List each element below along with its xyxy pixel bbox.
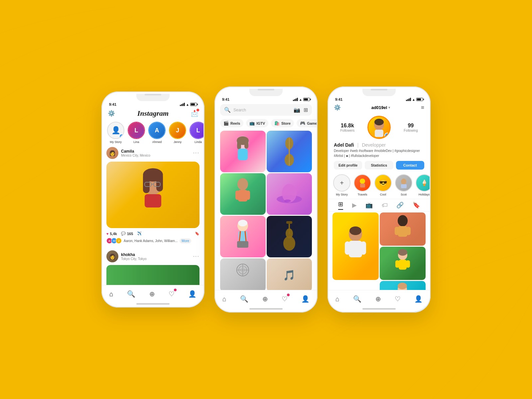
story-item-lina[interactable]: L Lina xyxy=(128,122,145,144)
post-1-user: 👩 Camila Mexico City, Mexico xyxy=(106,147,150,159)
post-2-more[interactable]: ··· xyxy=(193,253,200,259)
pg-photo-2[interactable] xyxy=(380,212,426,246)
nav-home-3[interactable]: ⌂ xyxy=(335,295,339,303)
story-item-linda[interactable]: L Linda xyxy=(190,122,203,144)
nav-profile-2[interactable]: 👤 xyxy=(301,295,310,303)
grid-photo-5[interactable] xyxy=(220,216,266,257)
svg-rect-33 xyxy=(286,221,292,224)
tab-bookmark[interactable]: 🔖 xyxy=(413,201,420,209)
nav-home-2[interactable]: ⌂ xyxy=(222,295,226,303)
story-item-ahmed[interactable]: A Ahmed xyxy=(148,122,166,144)
scan-icon[interactable]: ⊞ xyxy=(304,107,308,113)
search-bar[interactable]: 🔍 Search 📷 ⊞ xyxy=(220,104,312,116)
nav-search-2[interactable]: 🔍 xyxy=(240,295,248,303)
statistics-btn[interactable]: Statistics xyxy=(365,161,393,170)
lina-avatar: L xyxy=(128,122,145,139)
nav-heart-1[interactable]: ♡ xyxy=(169,290,175,298)
pg-photo-3[interactable] xyxy=(380,247,426,280)
highlight-scot[interactable]: Scot xyxy=(395,174,412,196)
messages-icon[interactable]: 📩 xyxy=(191,110,198,117)
phone-profile: 9:41 ▲ ⚙️ ad019el ▾ ≡ xyxy=(328,86,431,313)
pg-man-yellow-sil xyxy=(380,212,426,246)
heart-badge-2 xyxy=(287,294,290,296)
grid-photo-3[interactable] xyxy=(220,173,266,215)
girl-pink-photo xyxy=(231,133,254,170)
nav-add-2[interactable]: ⊕ xyxy=(262,295,268,303)
wifi-icon-3: ▲ xyxy=(412,98,415,101)
svg-rect-57 xyxy=(406,260,410,268)
status-icons-2: ▲ xyxy=(293,98,310,101)
grid-photo-8[interactable]: 🎵 xyxy=(267,258,312,292)
tab-link[interactable]: 🔗 xyxy=(396,201,404,209)
profile-display-name: Adel Dafi xyxy=(334,142,354,148)
camila-photo xyxy=(133,165,173,225)
profile-add-btn[interactable]: + xyxy=(384,133,390,139)
more-link[interactable]: More xyxy=(180,238,191,243)
hat-photo xyxy=(276,179,303,209)
profile-bio: Developer #web #software #mobileDev | #g… xyxy=(329,148,430,161)
nav-home-1[interactable]: ⌂ xyxy=(109,290,113,298)
camila-avatar: 👩 xyxy=(106,147,118,159)
share-action[interactable]: ✈️ xyxy=(137,231,142,236)
games-icon: 🎮 xyxy=(300,121,305,126)
handle-dropdown[interactable]: ▾ xyxy=(388,105,390,110)
profile-name-row: Adel Dafi | Developper xyxy=(329,141,430,148)
highlight-my-story[interactable]: + My Story xyxy=(333,174,350,196)
speaker-1 xyxy=(145,94,161,95)
grid-photo-7[interactable] xyxy=(220,258,266,292)
linda-label: Linda xyxy=(195,140,202,144)
cat-games[interactable]: 🎮 Games xyxy=(297,119,317,127)
like-action[interactable]: ♥ 5,4k xyxy=(106,232,117,236)
jenny-avatar: J xyxy=(169,122,186,139)
pg-woman-green-sil xyxy=(380,247,426,280)
edit-profile-btn[interactable]: Edit profile xyxy=(334,161,362,170)
nav-add-3[interactable]: ⊕ xyxy=(375,295,381,303)
profile-header-bar: ⚙️ ad019el ▾ ≡ xyxy=(329,102,430,114)
settings-icon[interactable]: ⚙️ xyxy=(108,110,115,117)
nav-search-3[interactable]: 🔍 xyxy=(353,295,361,303)
nav-heart-2[interactable]: ♡ xyxy=(282,295,288,303)
cat-igtv[interactable]: 📺 IGTV xyxy=(246,119,268,127)
nav-heart-3[interactable]: ♡ xyxy=(395,295,401,303)
comment-action[interactable]: 💬 165 xyxy=(121,231,133,236)
profile-settings-icon[interactable]: ⚙️ xyxy=(334,104,341,111)
cat-store[interactable]: 🛍️ Store xyxy=(271,119,294,127)
hl-cool-label: Cool xyxy=(380,193,386,196)
likes-count: 5,4k xyxy=(110,232,117,236)
tab-tv[interactable]: 📺 xyxy=(365,201,373,209)
svg-point-25 xyxy=(238,220,247,226)
tab-tag[interactable]: 🏷 xyxy=(382,202,388,209)
tab-grid[interactable]: ⊞ xyxy=(338,200,343,210)
grid-photo-4[interactable] xyxy=(267,173,312,215)
story-item-jenny[interactable]: J Jenny xyxy=(169,122,186,144)
cat-reels[interactable]: 🎬 Reels xyxy=(220,119,243,127)
search-input[interactable]: Search xyxy=(233,108,291,112)
nav-add-1[interactable]: ⊕ xyxy=(149,290,155,298)
contact-btn[interactable]: Contact xyxy=(396,161,424,170)
svg-point-42 xyxy=(401,179,406,185)
grid-photo-2[interactable] xyxy=(267,131,312,172)
post-1-more[interactable]: ··· xyxy=(193,150,200,156)
notch-1 xyxy=(136,94,170,101)
pg-right-col xyxy=(380,212,426,280)
nav-profile-3[interactable]: 👤 xyxy=(414,295,423,303)
highlight-cool[interactable]: 😎 Cool xyxy=(374,174,392,196)
guitar-photo xyxy=(281,218,298,255)
svg-rect-52 xyxy=(406,227,411,235)
post-2-header: 👩 khokha Tokyo City, Tokyo ··· xyxy=(106,250,200,262)
add-story-btn: + xyxy=(119,134,124,139)
story-item-my[interactable]: 👤 + My Story xyxy=(107,122,124,144)
pg-photo-1[interactable] xyxy=(332,212,379,280)
grid-photo-6[interactable] xyxy=(267,216,312,257)
camera-icon[interactable]: 📷 xyxy=(294,107,300,113)
svg-rect-46 xyxy=(349,241,362,257)
profile-menu-icon[interactable]: ≡ xyxy=(421,104,424,111)
tab-video[interactable]: ▶ xyxy=(352,201,357,209)
highlight-holidays[interactable]: 🍦 Holidays xyxy=(416,174,430,196)
grid-photo-1[interactable] xyxy=(220,131,266,172)
nav-profile-1[interactable]: 👤 xyxy=(188,290,197,298)
bookmark-action[interactable]: 🔖 xyxy=(195,231,200,236)
highlight-travels[interactable]: Travels xyxy=(354,174,371,196)
nav-search-1[interactable]: 🔍 xyxy=(127,290,135,298)
status-icons-1: ▲ xyxy=(180,103,197,106)
